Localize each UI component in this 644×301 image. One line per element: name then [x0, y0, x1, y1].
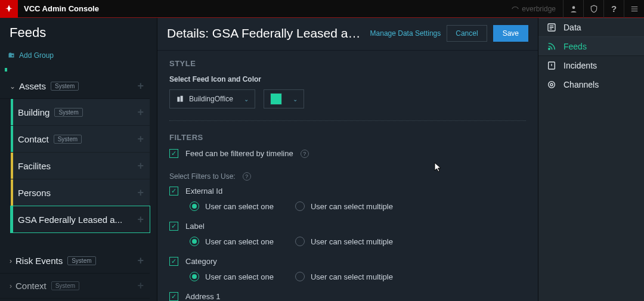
- group-header-context[interactable]: › Context System +: [0, 274, 150, 299]
- filter-address-1: ✓ Address 1: [169, 292, 526, 301]
- filter-name: Label: [185, 222, 205, 231]
- plus-icon[interactable]: +: [137, 80, 144, 92]
- divider: [5, 68, 150, 72]
- group-header-risk-events[interactable]: › Risk Events System +: [0, 249, 150, 274]
- chevron-down-icon: ⌄: [293, 96, 298, 103]
- shield-icon[interactable]: [583, 0, 603, 18]
- brand-logo: [0, 0, 18, 18]
- radio-one[interactable]: User can select one: [190, 201, 274, 211]
- system-pill: System: [67, 256, 95, 265]
- sidebar-item-persons[interactable]: Persons +: [11, 179, 150, 206]
- sidebar-title: Feeds: [0, 18, 157, 49]
- sidebar-item-building[interactable]: Building System +: [11, 99, 150, 125]
- info-icon[interactable]: ?: [301, 150, 309, 158]
- divider: [169, 120, 526, 121]
- radio-multi[interactable]: User can select multiple: [295, 272, 393, 281]
- svg-point-7: [549, 81, 555, 88]
- group-header-assets[interactable]: ⌄ Assets System +: [0, 74, 150, 99]
- icon-select[interactable]: BuildingOffice ⌄: [169, 89, 255, 108]
- main: Details: GSA Federally Leased and Owned …: [157, 18, 538, 301]
- radio-multi[interactable]: User can select multiple: [295, 237, 393, 246]
- color-swatch: [270, 93, 282, 105]
- sidebar-item-gsa[interactable]: GSA Federally Leased a... +: [11, 206, 150, 232]
- incidents-icon: [547, 61, 556, 70]
- filter-name: Address 1: [185, 292, 221, 301]
- plus-icon[interactable]: +: [137, 255, 144, 267]
- group-name: Risk Events: [16, 256, 63, 266]
- rail-item-feeds[interactable]: Feeds: [538, 37, 644, 56]
- chevron-right-icon: ›: [10, 282, 12, 290]
- system-pill: System: [54, 135, 82, 144]
- cancel-button[interactable]: Cancel: [447, 25, 487, 42]
- color-select[interactable]: ⌄: [264, 89, 304, 108]
- icon-select-label: BuildingOffice: [189, 95, 233, 103]
- building-icon: [176, 95, 184, 103]
- manage-data-settings-link[interactable]: Manage Data Settings: [370, 29, 441, 38]
- user-icon[interactable]: [563, 0, 583, 18]
- filter-category: ✓ Category User can select one User can …: [169, 257, 526, 281]
- rail-item-data[interactable]: Data: [538, 18, 644, 37]
- main-header: Details: GSA Federally Leased and Owned …: [157, 18, 538, 51]
- chevron-down-icon: ⌄: [10, 82, 16, 91]
- chevron-down-icon: ⌄: [244, 96, 249, 103]
- add-group-label: Add Group: [19, 51, 54, 60]
- filter-checkbox[interactable]: ✓: [169, 257, 178, 266]
- add-group-button[interactable]: Add Group: [0, 49, 157, 64]
- group-name: Assets: [19, 81, 46, 91]
- save-button[interactable]: Save: [493, 25, 528, 42]
- filter-checkbox[interactable]: ✓: [169, 292, 178, 301]
- help-icon[interactable]: ?: [603, 0, 624, 18]
- radio-one[interactable]: User can select one: [190, 237, 274, 246]
- filter-name: External Id: [185, 187, 222, 196]
- svg-point-4: [549, 48, 550, 49]
- filter-checkbox[interactable]: ✓: [169, 187, 178, 196]
- timeline-label: Feed can be filtered by timeline: [185, 149, 293, 158]
- sidebar-item-facilites[interactable]: Facilites +: [11, 153, 150, 179]
- filters-heading: FILTERS: [169, 133, 526, 142]
- group-name: Context: [16, 281, 47, 291]
- sidebar: Feeds Add Group ⌄ Assets System + Buildi…: [0, 18, 157, 301]
- timeline-checkbox[interactable]: ✓: [169, 149, 178, 158]
- plus-icon[interactable]: +: [137, 213, 144, 226]
- plus-icon[interactable]: +: [137, 160, 144, 172]
- menu-icon[interactable]: [624, 0, 644, 18]
- rail-item-incidents[interactable]: Incidents: [538, 56, 644, 75]
- plus-icon[interactable]: +: [137, 106, 144, 119]
- rail-label: Channels: [564, 80, 599, 89]
- style-sublabel: Select Feed Icon and Color: [169, 75, 526, 83]
- sidebar-item-contact[interactable]: Contact System +: [11, 126, 150, 152]
- filter-checkbox[interactable]: ✓: [169, 222, 178, 231]
- filters-subheading: Select Filters to Use:: [169, 172, 236, 181]
- page-title: Details: GSA Federally Leased and Owned …: [167, 26, 364, 41]
- chevron-right-icon: ›: [10, 257, 12, 265]
- rail-label: Data: [564, 23, 581, 32]
- right-rail: Data Feeds Incidents Channels: [538, 18, 644, 301]
- rail-label: Feeds: [564, 42, 587, 51]
- filter-label: ✓ Label User can select one User can sel…: [169, 222, 526, 246]
- top-bar: VCC Admin Console everbridge ?: [0, 0, 644, 18]
- svg-rect-1: [177, 97, 179, 102]
- channels-icon: [547, 80, 556, 89]
- feeds-icon: [547, 42, 556, 51]
- plus-icon[interactable]: +: [137, 187, 144, 199]
- svg-point-6: [550, 83, 553, 86]
- rail-item-channels[interactable]: Channels: [538, 75, 644, 94]
- system-pill: System: [51, 281, 79, 290]
- svg-point-0: [572, 6, 575, 9]
- filter-name: Category: [185, 257, 217, 266]
- svg-rect-2: [181, 96, 183, 102]
- data-icon: [547, 23, 556, 32]
- filter-external-id: ✓ External Id User can select one User c…: [169, 187, 526, 211]
- plus-icon[interactable]: +: [137, 280, 144, 292]
- app-title: VCC Admin Console: [24, 4, 99, 13]
- system-pill: System: [51, 82, 79, 91]
- info-icon[interactable]: ?: [243, 172, 251, 181]
- system-pill: System: [54, 108, 82, 117]
- brand-right: everbridge: [511, 5, 556, 13]
- style-heading: STYLE: [169, 59, 526, 68]
- plus-icon[interactable]: +: [137, 133, 144, 145]
- radio-one[interactable]: User can select one: [190, 272, 274, 281]
- radio-multi[interactable]: User can select multiple: [295, 201, 393, 211]
- rail-label: Incidents: [564, 61, 597, 70]
